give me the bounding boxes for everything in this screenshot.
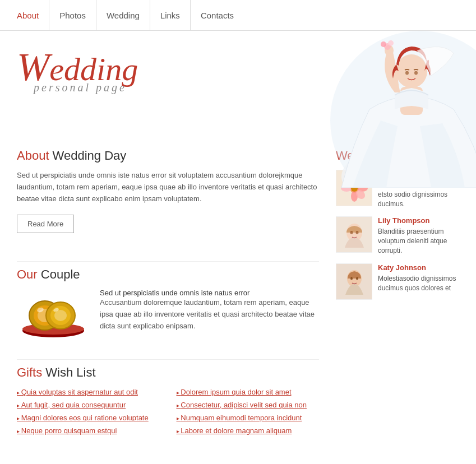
divider-1 bbox=[17, 261, 319, 262]
nav-item-about[interactable]: About bbox=[17, 0, 49, 31]
gift-item-1[interactable]: Quia voluptas sit aspernatur aut odit bbox=[17, 387, 160, 397]
about-body: Sed ut perspiciatis unde omnis iste natu… bbox=[17, 170, 319, 205]
couple-inner: Sed ut perspiciatis unde omnis iste natu… bbox=[17, 289, 319, 342]
svg-point-6 bbox=[414, 71, 418, 75]
couple-title-red: Our bbox=[17, 267, 38, 281]
svg-point-32 bbox=[356, 231, 359, 234]
photo-info-2: Lily Thompson Blanditiis praesentium vol… bbox=[378, 216, 459, 255]
nav-item-links[interactable]: Links bbox=[150, 0, 191, 31]
photo-item-2: Lily Thompson Blanditiis praesentium vol… bbox=[336, 216, 459, 255]
svg-point-4 bbox=[396, 54, 427, 88]
photo-item-3: Katy Johnson Molestiasodio dignissimos d… bbox=[336, 263, 459, 300]
gifts-title: Gifts Wish List bbox=[17, 365, 319, 380]
rings-image bbox=[17, 289, 90, 339]
couple-text: Sed ut perspiciatis unde omnis iste natu… bbox=[100, 289, 319, 342]
couple-body: Accusantium doloremque laudantium, totam… bbox=[100, 297, 319, 332]
about-title: About Wedding Day bbox=[17, 149, 319, 163]
couple-section: Our Couple bbox=[17, 267, 319, 342]
read-more-button[interactable]: Read More bbox=[17, 215, 74, 233]
main-content: About Wedding Day Sed ut perspiciatis un… bbox=[0, 149, 476, 453]
gift-item-2[interactable]: Aut fugit, sed quia consequuntur bbox=[17, 400, 160, 410]
svg-point-9 bbox=[388, 40, 394, 46]
gift-item-7[interactable]: Numquam eihumodi tempora incidunt bbox=[177, 412, 320, 423]
couple-title: Our Couple bbox=[17, 267, 319, 282]
gift-item-3[interactable]: Magni dolores eos qui ratione voluptate bbox=[17, 412, 160, 423]
gifts-title-red: Gifts bbox=[17, 365, 42, 379]
photo-desc-2: Blanditiis praesentium voluptum deleniti… bbox=[378, 227, 459, 255]
gifts-section: Gifts Wish List Quia voluptas sit aspern… bbox=[17, 365, 319, 436]
about-title-rest: Wedding Day bbox=[49, 149, 127, 163]
couple-link[interactable]: Sed ut perspiciatis unde omnis iste natu… bbox=[100, 289, 249, 297]
left-column: About Wedding Day Sed ut perspiciatis un… bbox=[17, 149, 336, 453]
nav-item-wedding[interactable]: Wedding bbox=[96, 0, 150, 31]
navigation: About Photos Wedding Links Contacts bbox=[0, 0, 476, 31]
gift-item-4[interactable]: Neque porro quisquam estqui bbox=[17, 425, 160, 436]
svg-point-36 bbox=[356, 277, 358, 280]
about-title-red: About bbox=[17, 149, 49, 163]
gift-item-6[interactable]: Consectetur, adipisci velit sed quia non bbox=[177, 400, 320, 410]
gifts-title-rest: Wish List bbox=[42, 365, 95, 379]
nav-item-photos[interactable]: Photos bbox=[49, 0, 96, 31]
svg-point-8 bbox=[381, 41, 386, 47]
photo-thumb-3 bbox=[336, 263, 372, 300]
svg-point-35 bbox=[350, 277, 353, 280]
about-section: About Wedding Day Sed ut perspiciatis un… bbox=[17, 149, 319, 250]
photo-title-3[interactable]: Katy Johnson bbox=[378, 263, 459, 272]
right-column: Wedding Photos bbox=[336, 149, 459, 453]
nav-item-contacts[interactable]: Contacts bbox=[191, 0, 244, 31]
gift-item-5[interactable]: Dolorem ipsum quia dolor sit amet bbox=[177, 387, 320, 397]
svg-point-31 bbox=[350, 231, 353, 234]
couple-title-rest: Couple bbox=[41, 267, 80, 281]
gifts-grid: Quia voluptas sit aspernatur aut odit Do… bbox=[17, 387, 319, 436]
svg-point-5 bbox=[405, 71, 409, 75]
photo-title-2[interactable]: Lily Thompson bbox=[378, 216, 459, 225]
photo-desc-3: Molestiasodio dignissimos ducimus quos d… bbox=[378, 274, 459, 293]
photo-info-3: Katy Johnson Molestiasodio dignissimos d… bbox=[378, 263, 459, 293]
divider-2 bbox=[17, 359, 319, 360]
hero-bride-image bbox=[297, 31, 476, 188]
photo-thumb-2 bbox=[336, 216, 372, 253]
gift-item-8[interactable]: Labore et dolore magnam aliquam bbox=[177, 425, 320, 436]
hero-section: Wedding personal page bbox=[0, 31, 476, 149]
